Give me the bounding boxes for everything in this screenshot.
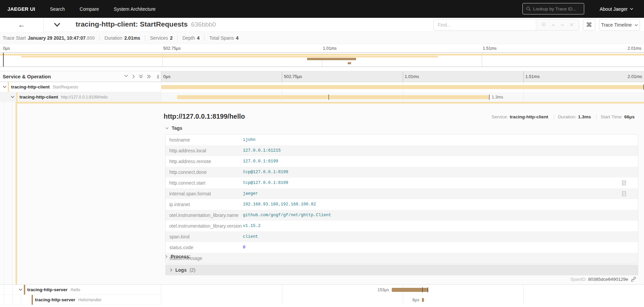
chevron-right-icon — [165, 255, 168, 258]
log-marker-tick — [329, 94, 329, 100]
span-duration-label: 1.3ms — [492, 95, 503, 100]
expand-one-icon[interactable] — [132, 74, 135, 79]
trace-lookup-input[interactable] — [533, 6, 581, 11]
trace-summary-bar: Trace StartJanuary 29 2021, 10:47:07.850… — [0, 32, 644, 44]
expand-all-icon[interactable] — [147, 74, 151, 79]
tag-row[interactable]: status.code0 — [166, 242, 638, 253]
minimap-tick-0: 0μs — [3, 46, 10, 51]
span-color-strip — [15, 102, 17, 284]
minimap-tick-100: 2.01ms — [628, 46, 641, 51]
duration-label: Duration — [104, 35, 122, 41]
process-section-toggle[interactable]: Process: — [165, 254, 190, 259]
tag-row[interactable]: ip.intranet192.168.93.180,192.168.100.82 — [166, 199, 638, 210]
deep-link-icon[interactable] — [631, 277, 636, 282]
nav-item-search[interactable]: Search — [50, 6, 65, 12]
find-input[interactable] — [434, 20, 536, 30]
tag-row[interactable]: otel.instrumentation_library.namegithub.… — [166, 210, 638, 221]
find-controls — [536, 20, 579, 30]
tags-section-toggle[interactable]: Tags — [165, 125, 182, 131]
collapse-trace-chevron-icon[interactable] — [54, 22, 60, 28]
operation-name: /hello — [71, 287, 80, 292]
ruler-label-25: 502.75μs — [284, 74, 302, 79]
indent-guide — [12, 295, 13, 305]
operation-name: HelloHandler — [78, 298, 101, 302]
chevron-down-icon — [165, 127, 169, 129]
tag-row[interactable]: http.address.remote127.0.0.1:8199 — [166, 156, 638, 167]
focus-match-icon[interactable] — [542, 22, 546, 28]
tag-row[interactable]: http.address.local127.0.0.1:61215 — [166, 145, 638, 156]
ruler-label-75: 1.51ms — [525, 74, 540, 79]
collapse-one-icon[interactable] — [124, 74, 128, 79]
span-row-http-hello-client: tracing-http-clienthttp://127.0.0.1:8199… — [0, 92, 644, 102]
span-service-operation: tracing-http-server/hello — [27, 287, 80, 292]
indent-guide — [21, 295, 21, 305]
next-match-icon[interactable] — [560, 23, 564, 28]
about-jaeger-menu[interactable]: About Jaeger — [600, 0, 633, 18]
collapse-span-chevron-icon[interactable] — [11, 96, 14, 98]
collapse-all-icon[interactable] — [139, 74, 143, 79]
start-time-value: 66μs — [624, 114, 635, 119]
span-bar-cell[interactable]: 153μs — [161, 285, 644, 295]
indent-guide — [4, 102, 4, 284]
indent-guide — [4, 285, 4, 295]
indent-guide — [4, 295, 4, 305]
span-name-cell[interactable]: tracing-http-serverHelloHandler — [0, 295, 161, 305]
nav-item-system-architecture[interactable]: System Architecture — [114, 6, 156, 12]
span-duration-bar[interactable] — [392, 288, 428, 292]
tag-row[interactable]: otel.instrumentation_library.versionv1.1… — [166, 221, 638, 231]
minimap-drag-handle[interactable] — [3, 53, 4, 67]
column-resizer[interactable] — [157, 75, 159, 79]
services-label: Services — [150, 35, 168, 41]
logs-section-toggle[interactable]: Logs (2) — [165, 265, 638, 275]
span-color-bar — [32, 295, 33, 305]
tag-row[interactable]: span.kindclient — [166, 231, 638, 242]
span-bar-cell[interactable]: 1.3ms — [161, 92, 644, 102]
collapse-span-chevron-icon[interactable] — [19, 289, 23, 291]
span-duration-label: 8μs — [413, 298, 419, 302]
keyboard-shortcuts-button[interactable]: ⌘ — [583, 19, 595, 31]
jaeger-logo[interactable]: JAEGER UI — [7, 6, 35, 12]
span-bar-cell[interactable]: 8μs — [161, 295, 644, 305]
copy-icon[interactable] — [621, 191, 627, 197]
copy-icon[interactable] — [621, 180, 627, 186]
tag-row[interactable]: internal.span.formatjaeger — [166, 188, 638, 199]
trace-view-selector[interactable]: Trace Timeline — [599, 19, 640, 31]
span-duration-bar[interactable] — [177, 95, 489, 99]
span-service-operation: tracing-http-serverHelloHandler — [35, 297, 101, 302]
detail-operation-title: http://127.0.0.1:8199/hello — [164, 113, 245, 120]
prev-match-icon[interactable] — [551, 23, 555, 28]
search-icon — [526, 6, 531, 11]
span-bar-cell[interactable] — [161, 82, 644, 92]
tag-row[interactable]: http.connect.starttcp@127.0.0.1:8199 — [166, 178, 638, 188]
service-operation-title: Service & Operation — [3, 74, 51, 79]
tags-section-label: Tags — [172, 125, 182, 131]
back-button[interactable]: ← — [0, 18, 44, 32]
collapse-span-chevron-icon[interactable] — [3, 86, 6, 88]
ruler-label-100: 2.01ms — [628, 74, 642, 79]
nav-item-compare[interactable]: Compare — [80, 6, 99, 12]
span-color-bar — [24, 285, 25, 295]
span-name-cell[interactable]: tracing-http-server/hello — [0, 285, 161, 295]
span-name-cell[interactable]: tracing-http-clientStartRequests — [0, 82, 161, 92]
span-duration-bar[interactable] — [422, 298, 424, 302]
span-name-cell[interactable]: tracing-http-clienthttp://127.0.0.1:8199… — [0, 92, 161, 102]
span-duration-bar[interactable] — [161, 85, 644, 89]
tag-row[interactable]: http.connect.donetcp@127.0.0.1:8199 — [166, 167, 638, 178]
tag-row[interactable]: status.message — [166, 253, 638, 264]
top-navbar: JAEGER UI Search Compare System Architec… — [0, 0, 644, 18]
span-service-operation: tracing-http-clienthttp://127.0.0.1:8199… — [19, 94, 108, 100]
minimap-span-startrequests — [0, 54, 644, 55]
logs-count: (2) — [189, 267, 195, 273]
service-name: tracing-http-server — [35, 297, 75, 302]
services-value: 2 — [170, 35, 173, 41]
ruler-label-0: 0μs — [163, 74, 170, 79]
clear-find-icon[interactable] — [570, 23, 573, 28]
trace-start-fraction: .850 — [86, 35, 95, 41]
total-spans-label: Total Spans — [209, 35, 234, 41]
tag-row[interactable]: hostnameijohn — [166, 135, 638, 145]
trace-minimap[interactable] — [0, 52, 644, 67]
duration-label: Duration: — [558, 114, 576, 119]
chevron-down-icon — [635, 24, 638, 26]
span-row-hellohandler: tracing-http-serverHelloHandler 8μs — [0, 295, 644, 305]
minimap-span-hellohandler — [348, 62, 351, 64]
